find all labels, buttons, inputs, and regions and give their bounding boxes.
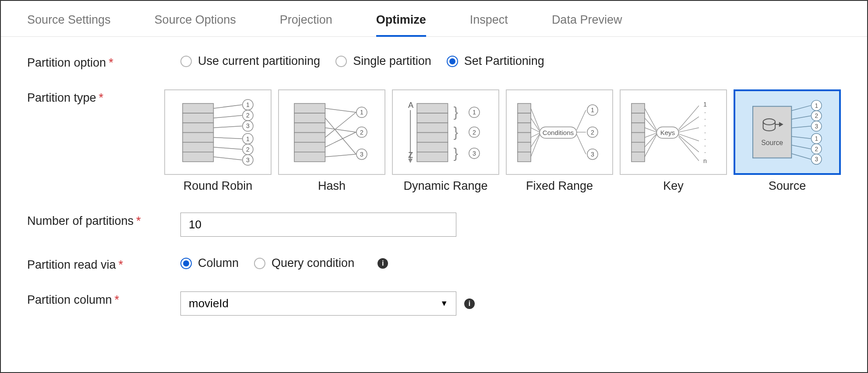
partition-column-select[interactable]: movieId ▼ [180,291,456,316]
round-robin-icon: 123 123 [164,89,272,175]
partition-type-key[interactable]: Keys 1 ··· ··· · n [620,89,727,193]
svg-line-9 [213,138,242,139]
tab-source-options[interactable]: Source Options [155,9,236,36]
radio-column[interactable]: Column [180,256,239,270]
svg-line-8 [213,126,242,128]
partition-type-label: Fixed Range [526,179,593,193]
radio-single-partition[interactable]: Single partition [335,54,431,68]
source-icon: Source 123 123 [734,89,841,175]
info-icon[interactable]: i [378,258,388,269]
radio-label: Single partition [353,54,431,68]
svg-rect-51 [417,152,448,162]
svg-rect-26 [294,123,325,132]
radio-label: Column [198,256,239,270]
tab-source-settings[interactable]: Source Settings [27,9,111,36]
partition-type-label: Source [769,179,806,193]
partition-type-label: Round Robin [183,179,253,193]
svg-text:1: 1 [703,101,707,108]
partition-type-round-robin[interactable]: 123 123 Round Robin [164,89,272,193]
svg-line-94 [645,134,656,147]
partition-type-hash[interactable]: 123 Hash [278,89,385,193]
svg-line-30 [325,108,356,112]
svg-text:}: } [454,104,459,120]
svg-line-123 [791,154,811,160]
svg-rect-4 [183,142,213,152]
svg-text:·: · [704,142,706,149]
svg-text:1: 1 [815,135,818,142]
dynamic-range-icon: A Z }}} [392,89,499,175]
svg-rect-87 [632,133,645,142]
key-icon: Keys 1 ··· ··· · n [620,89,727,175]
svg-text:3: 3 [246,122,250,129]
fixed-range-icon: Conditions 123 [506,89,613,175]
svg-rect-61 [518,103,531,113]
svg-rect-50 [417,142,448,152]
chevron-down-icon: ▼ [440,299,448,308]
radio-label: Use current partitioning [198,54,320,68]
svg-rect-48 [417,123,448,132]
radio-set-partitioning[interactable]: Set Partitioning [447,54,544,68]
tab-projection[interactable]: Projection [280,9,332,36]
label-partition-type: Partition type* [27,89,164,105]
svg-line-32 [325,128,356,132]
partition-type-source[interactable]: Source 123 123 [734,89,841,193]
svg-text:3: 3 [815,123,818,130]
svg-text:Source: Source [761,139,783,146]
svg-text:2: 2 [815,113,818,119]
svg-line-75 [577,110,586,130]
select-value: movieId [189,297,229,310]
svg-text:1: 1 [360,109,363,116]
partition-type-label: Hash [318,179,346,193]
svg-text:2: 2 [815,146,818,153]
number-of-partitions-input[interactable] [180,213,456,237]
svg-rect-27 [294,133,325,142]
svg-rect-29 [294,152,325,162]
partition-type-fixed-range[interactable]: Conditions 123 Fixed Range [506,89,613,193]
svg-line-77 [577,135,586,154]
svg-text:1: 1 [591,107,594,114]
svg-rect-49 [417,133,448,142]
svg-rect-86 [632,123,645,132]
svg-line-90 [645,108,656,130]
svg-rect-5 [183,152,213,162]
row-number-of-partitions: Number of partitions* [27,213,841,237]
label-partition-read-via: Partition read via* [27,256,180,272]
svg-line-70 [531,133,540,138]
svg-text:A: A [408,101,414,110]
svg-text:3: 3 [246,156,250,163]
svg-rect-88 [632,142,645,152]
svg-line-99 [679,117,699,131]
svg-text:·: · [704,135,706,142]
svg-line-103 [679,137,699,161]
svg-text:2: 2 [591,129,594,136]
svg-text:·: · [704,109,706,116]
tabs: Source Settings Source Options Projectio… [1,1,867,37]
svg-rect-24 [294,103,325,113]
radio-use-current[interactable]: Use current partitioning [180,54,320,68]
svg-text:2: 2 [246,112,250,119]
tab-data-preview[interactable]: Data Preview [552,9,622,36]
svg-line-120 [791,126,811,128]
svg-rect-64 [518,133,531,142]
radio-query-condition[interactable]: Query condition [254,256,354,270]
svg-line-69 [531,128,540,132]
partition-type-dynamic-range[interactable]: A Z }}} [392,89,499,193]
svg-text:2: 2 [360,129,363,136]
svg-line-91 [645,118,656,131]
svg-rect-84 [632,103,645,113]
svg-text:3: 3 [815,156,818,163]
info-icon[interactable]: i [464,298,475,309]
svg-text:1: 1 [473,109,476,116]
svg-text:Z: Z [408,151,413,160]
svg-text:3: 3 [591,151,594,158]
svg-rect-2 [183,123,213,132]
svg-text:3: 3 [473,150,476,157]
svg-line-31 [325,118,356,154]
svg-rect-1 [183,113,213,123]
svg-rect-0 [183,103,213,113]
svg-rect-89 [632,152,645,162]
tab-inspect[interactable]: Inspect [470,9,508,36]
tab-optimize[interactable]: Optimize [376,9,426,36]
svg-line-6 [213,105,242,108]
svg-rect-66 [518,152,531,162]
